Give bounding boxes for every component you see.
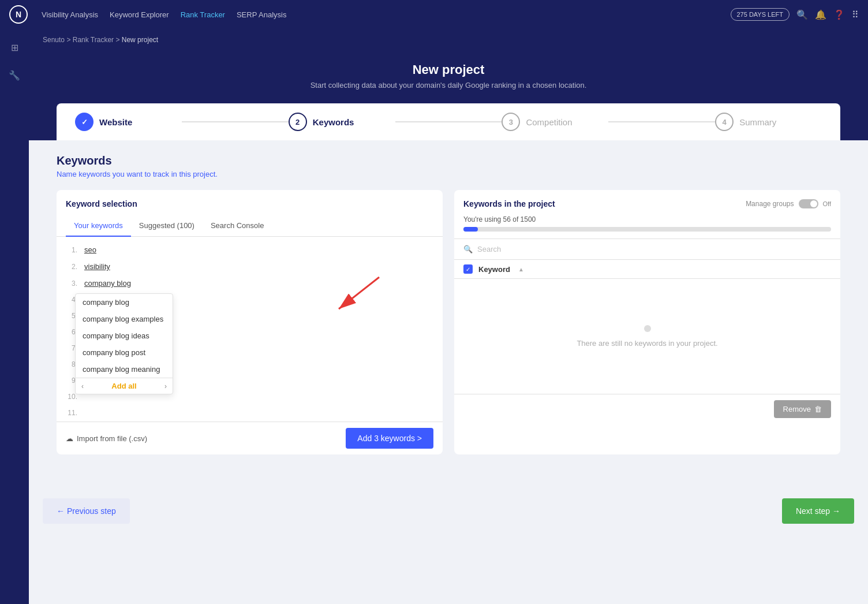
search-icon[interactable]: 🔍 — [796, 9, 808, 20]
usage-bar-container: You're using 56 of 1500 — [454, 215, 840, 239]
keyword-item-3: 3. company blog — [57, 275, 443, 292]
keyword-text-visibility[interactable]: visibility — [84, 262, 110, 271]
step-website: ✓ Website — [75, 113, 182, 131]
step-competition-label[interactable]: Competition — [526, 117, 572, 127]
autocomplete-item-2[interactable]: company blog examples — [76, 311, 173, 327]
keyword-text-company-blog[interactable]: company blog — [84, 279, 131, 288]
keyword-checkbox-all[interactable]: ✓ — [463, 264, 473, 274]
help-icon[interactable]: ❓ — [833, 9, 845, 20]
nav-serp-analysis[interactable]: SERP Analysis — [237, 10, 286, 19]
logo[interactable]: N — [9, 5, 28, 24]
step-line-3 — [608, 121, 715, 122]
left-panel-footer: ☁ Import from file (.csv) Add 3 keywords… — [57, 422, 443, 454]
keyword-item-12: 12. — [57, 421, 443, 422]
keyword-item-11: 11. — [57, 405, 443, 421]
sidebar-tool-icon[interactable]: 🔧 — [5, 66, 24, 84]
breadcrumb-senuto[interactable]: Senuto — [43, 36, 65, 44]
nav-keyword-explorer[interactable]: Keyword Explorer — [110, 10, 169, 19]
autocomplete-next-btn[interactable]: › — [159, 379, 173, 394]
usage-text: You're using 56 of 1500 — [463, 215, 831, 223]
sort-icon[interactable]: ▲ — [518, 266, 524, 273]
main-area: Senuto > Rank Tracker > New project New … — [29, 29, 868, 535]
search-icon: 🔍 — [463, 245, 473, 253]
breadcrumb-new-project: New project — [122, 36, 158, 44]
step-line-2 — [395, 121, 502, 122]
step-summary-circle: 4 — [715, 113, 734, 131]
step-competition: 3 Competition — [502, 113, 608, 131]
step-competition-circle: 3 — [502, 113, 520, 131]
usage-bar-fill — [463, 227, 478, 232]
keyword-tabs: Your keywords Suggested (100) Search Con… — [57, 215, 443, 237]
page-title: New project — [43, 62, 854, 77]
keyword-table-header: ✓ Keyword ▲ — [454, 260, 840, 279]
nav-rank-tracker[interactable]: Rank Tracker — [181, 10, 225, 19]
keyword-selection-panel: Keyword selection Your keywords Suggeste… — [57, 190, 443, 454]
keyword-item-2: 2. visibility — [57, 258, 443, 275]
remove-button[interactable]: Remove 🗑 — [774, 400, 831, 418]
top-navigation: N Visibility Analysis Keyword Explorer R… — [0, 0, 868, 29]
autocomplete-dropdown: company blog company blog examples compa… — [75, 293, 173, 394]
right-panel-footer: Remove 🗑 — [454, 394, 840, 424]
breadcrumb-rank-tracker[interactable]: Rank Tracker — [73, 36, 114, 44]
page-title-section: New project Start collecting data about … — [29, 51, 868, 140]
step-line-1 — [182, 121, 289, 122]
tab-your-keywords[interactable]: Your keywords — [66, 215, 131, 237]
autocomplete-item-4[interactable]: company blog post — [76, 344, 173, 361]
tab-suggested[interactable]: Suggested (100) — [131, 215, 203, 237]
step-keywords: 2 Keywords — [289, 113, 395, 131]
previous-step-button[interactable]: ← Previous step — [43, 498, 130, 524]
breadcrumb-separator2: > — [115, 36, 121, 44]
manage-groups: Manage groups Off — [746, 199, 831, 208]
autocomplete-item-5[interactable]: company blog meaning — [76, 361, 173, 378]
trash-icon: 🗑 — [814, 405, 822, 413]
step-website-circle: ✓ — [75, 113, 93, 131]
empty-state: There are still no keywords in your proj… — [454, 279, 840, 394]
search-box: 🔍 — [454, 239, 840, 260]
breadcrumb-separator1: > — [66, 36, 72, 44]
step-summary-label[interactable]: Summary — [739, 117, 776, 127]
sidebar: ⊞ 🔧 — [0, 29, 29, 604]
autocomplete-footer: ‹ Add all › — [76, 378, 173, 394]
nav-links: Visibility Analysis Keyword Explorer Ran… — [42, 10, 717, 19]
grid-icon[interactable]: ⠿ — [852, 9, 859, 20]
tab-search-console[interactable]: Search Console — [203, 215, 272, 237]
keyword-selection-title: Keyword selection — [57, 190, 443, 208]
nav-visibility-analysis[interactable]: Visibility Analysis — [42, 10, 98, 19]
breadcrumb: Senuto > Rank Tracker > New project — [43, 36, 854, 51]
step-website-label[interactable]: Website — [99, 117, 132, 127]
days-left-badge[interactable]: 275 DAYS LEFT — [731, 8, 790, 21]
keyword-item-1: 1. seo — [57, 241, 443, 258]
two-column-layout: Keyword selection Your keywords Suggeste… — [57, 190, 840, 454]
keyword-text-seo[interactable]: seo — [84, 245, 96, 254]
section-subtitle: Name keywords you want to track in this … — [57, 170, 840, 178]
autocomplete-list: company blog company blog examples compa… — [76, 294, 173, 378]
search-input[interactable] — [477, 245, 831, 253]
section-title: Keywords — [57, 154, 840, 167]
blue-header: Senuto > Rank Tracker > New project — [29, 29, 868, 51]
steps-container: ✓ Website 2 Keywords 3 Competition 4 — [57, 103, 840, 140]
step-keywords-circle: 2 — [289, 113, 307, 131]
manage-groups-label: Manage groups — [746, 200, 794, 208]
sidebar-grid-icon[interactable]: ⊞ — [5, 38, 24, 57]
empty-message: There are still no keywords in your proj… — [577, 339, 717, 348]
toggle-off-label: Off — [823, 200, 831, 207]
next-step-button[interactable]: Next step → — [782, 498, 854, 524]
add-keywords-button[interactable]: Add 3 keywords > — [346, 428, 433, 449]
step-summary: 4 Summary — [715, 113, 822, 131]
step-keywords-label[interactable]: Keywords — [313, 117, 354, 127]
import-from-file-link[interactable]: ☁ Import from file (.csv) — [66, 434, 147, 443]
keywords-project-title: Keywords in the project — [463, 199, 555, 208]
right-panel-header: Keywords in the project Manage groups Of… — [454, 190, 840, 215]
autocomplete-item-3[interactable]: company blog ideas — [76, 327, 173, 344]
keyword-column-header: Keyword — [478, 265, 510, 274]
autocomplete-prev-btn[interactable]: ‹ — [76, 379, 89, 394]
manage-groups-toggle[interactable] — [799, 199, 818, 208]
cloud-icon: ☁ — [66, 434, 73, 443]
keywords-project-panel: Keywords in the project Manage groups Of… — [454, 190, 840, 454]
add-all-button[interactable]: Add all — [89, 378, 159, 394]
autocomplete-item-1[interactable]: company blog — [76, 294, 173, 311]
content-area: Keywords Name keywords you want to track… — [43, 140, 854, 487]
nav-buttons: ← Previous step Next step → — [29, 487, 868, 535]
usage-bar-background — [463, 227, 831, 232]
bell-icon[interactable]: 🔔 — [815, 9, 826, 20]
